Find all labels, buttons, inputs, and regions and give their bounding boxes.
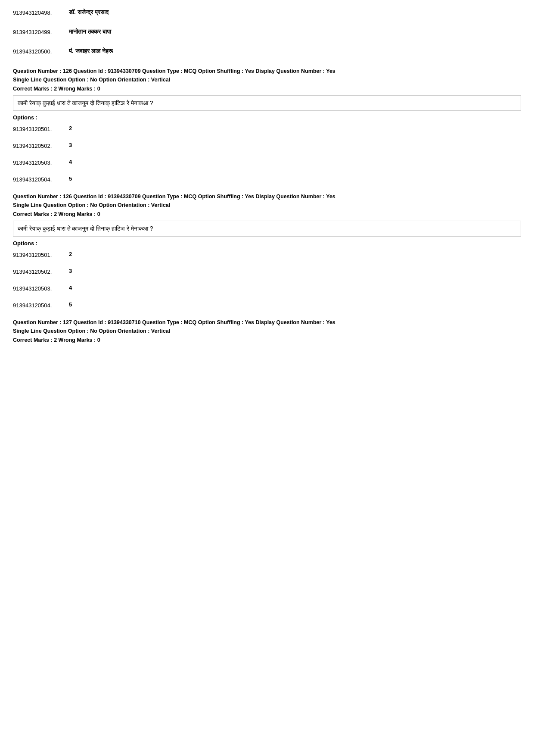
option-val-1-4: 5 — [69, 175, 72, 182]
option-id-1-3: 913943120503. — [13, 159, 65, 166]
option-val-1-2: 3 — [69, 142, 72, 148]
option-row-1-4: 913943120504. 5 — [13, 175, 521, 183]
option-row-2-4: 913943120504. 5 — [13, 301, 521, 309]
option-val-2-3: 4 — [69, 284, 72, 291]
answer-item-3: 913943120500. पं. जवाहर लाल नेहरू — [13, 47, 521, 55]
answer-list-top: 913943120498. डॉ. राजेन्द्र प्रसाद 91394… — [13, 9, 521, 55]
option-row-1-2: 913943120502. 3 — [13, 142, 521, 149]
options-label-2: Options : — [13, 240, 521, 247]
options-label-1: Options : — [13, 114, 521, 121]
option-val-2-4: 5 — [69, 301, 72, 308]
option-val-2-2: 3 — [69, 268, 72, 274]
answer-item-2: 913943120499. मानोतान ठक्कर बापा — [13, 28, 521, 35]
option-val-2-1: 2 — [69, 251, 72, 257]
option-val-1-3: 4 — [69, 159, 72, 165]
question-block-1: Question Number : 126 Question Id : 9139… — [13, 67, 521, 183]
option-id-1-2: 913943120502. — [13, 142, 65, 149]
answer-id-1: 913943120498. — [13, 9, 65, 16]
question-meta-line1-1: Question Number : 126 Question Id : 9139… — [13, 67, 521, 84]
option-row-1-3: 913943120503. 4 — [13, 159, 521, 166]
answer-text-1: डॉ. राजेन्द्र प्रसाद — [69, 9, 109, 16]
option-row-1-1: 913943120501. 2 — [13, 125, 521, 132]
option-id-2-2: 913943120502. — [13, 268, 65, 275]
option-row-2-3: 913943120503. 4 — [13, 284, 521, 292]
option-id-1-4: 913943120504. — [13, 175, 65, 183]
answer-id-2: 913943120499. — [13, 28, 65, 35]
question-text-2: कामी रेयाक् कुड़ाई धारा ते काजनुम दो तिन… — [13, 221, 521, 236]
question-marks-1: Correct Marks : 2 Wrong Marks : 0 — [13, 86, 521, 92]
question-marks-2: Correct Marks : 2 Wrong Marks : 0 — [13, 211, 521, 217]
answer-text-3: पं. जवाहर लाल नेहरू — [69, 47, 113, 55]
option-row-2-2: 913943120502. 3 — [13, 268, 521, 275]
option-id-2-1: 913943120501. — [13, 251, 65, 258]
option-val-1-1: 2 — [69, 125, 72, 131]
options-list-1: 913943120501. 2 913943120502. 3 91394312… — [13, 125, 521, 183]
option-id-2-4: 913943120504. — [13, 301, 65, 309]
answer-text-2: मानोतान ठक्कर बापा — [69, 28, 111, 35]
answer-item-1: 913943120498. डॉ. राजेन्द्र प्रसाद — [13, 9, 521, 16]
question-block-3: Question Number : 127 Question Id : 9139… — [13, 318, 521, 343]
option-id-1-1: 913943120501. — [13, 125, 65, 132]
question-marks-3: Correct Marks : 2 Wrong Marks : 0 — [13, 337, 521, 343]
options-list-2: 913943120501. 2 913943120502. 3 91394312… — [13, 251, 521, 309]
question-meta-line1-2: Question Number : 126 Question Id : 9139… — [13, 192, 521, 209]
question-meta-line1-3: Question Number : 127 Question Id : 9139… — [13, 318, 521, 335]
question-block-2: Question Number : 126 Question Id : 9139… — [13, 192, 521, 308]
option-id-2-3: 913943120503. — [13, 284, 65, 292]
option-row-2-1: 913943120501. 2 — [13, 251, 521, 258]
answer-id-3: 913943120500. — [13, 47, 65, 55]
question-text-1: कामी रेयाक् कुड़ाई धारा ते काजनुम दो तिन… — [13, 95, 521, 111]
